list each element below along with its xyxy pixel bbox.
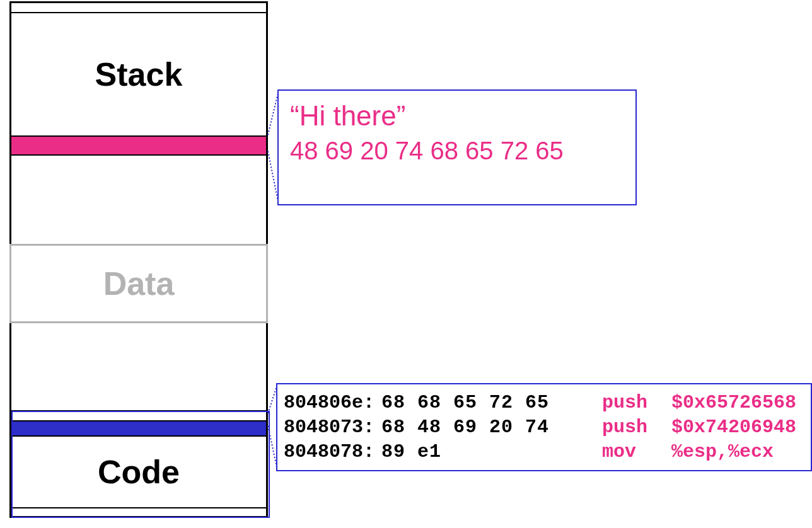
- disassembly-table: 804806e: 68 68 65 72 65 push $0x65726568…: [284, 391, 796, 464]
- disasm-bytes: 68 68 65 72 65: [381, 391, 602, 415]
- disasm-addr: 804806e:: [284, 391, 381, 415]
- gap-1: [11, 156, 266, 244]
- disasm-mnemonic: push: [602, 415, 671, 440]
- code-segment: Code: [11, 437, 266, 508]
- bottom-sliver: [11, 508, 266, 517]
- gap-2: [11, 323, 266, 410]
- disasm-row: 8048078: 89 e1 mov %esp,%ecx: [284, 440, 796, 464]
- disasm-addr: 8048073:: [284, 415, 381, 440]
- string-hex: 48 69 20 74 68 65 72 65: [290, 133, 624, 168]
- disasm-mnemonic: mov: [602, 440, 671, 464]
- code-instruction-bar: [11, 422, 266, 437]
- disasm-args: $0x74206948: [671, 415, 796, 440]
- memory-layout-column: Stack Data Code: [9, 1, 268, 518]
- stack-data-bar: [11, 137, 266, 156]
- top-sliver: [11, 3, 266, 13]
- data-segment: Data: [9, 244, 268, 323]
- disasm-row: 804806e: 68 68 65 72 65 push $0x65726568: [284, 391, 796, 415]
- string-text: “Hi there”: [290, 100, 624, 133]
- stack-segment: Stack: [11, 13, 266, 137]
- disasm-bytes: 68 48 69 20 74: [381, 415, 602, 440]
- disasm-args: %esp,%ecx: [671, 440, 796, 464]
- disasm-bytes: 89 e1: [381, 440, 602, 464]
- disasm-mnemonic: push: [602, 391, 671, 415]
- code-label: Code: [98, 453, 180, 491]
- disasm-addr: 8048078:: [284, 440, 381, 464]
- data-label: Data: [103, 265, 175, 302]
- code-top-sliver: [11, 410, 266, 422]
- disassembly-callout: 804806e: 68 68 65 72 65 push $0x65726568…: [276, 383, 812, 471]
- stack-label: Stack: [95, 55, 183, 93]
- disasm-args: $0x65726568: [671, 391, 796, 415]
- disasm-row: 8048073: 68 48 69 20 74 push $0x74206948: [284, 415, 796, 440]
- string-callout: “Hi there” 48 69 20 74 68 65 72 65: [277, 89, 637, 205]
